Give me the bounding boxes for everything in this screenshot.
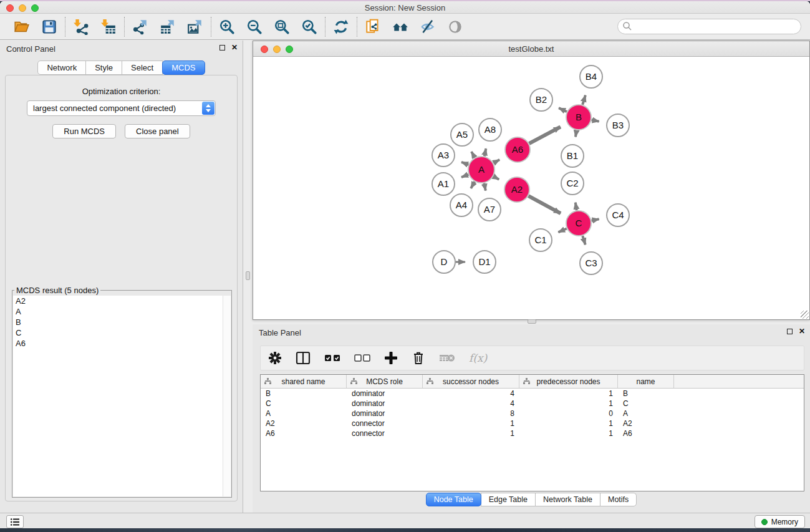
- table-cell[interactable]: B: [618, 389, 674, 398]
- deselect-all-icon[interactable]: [354, 354, 370, 362]
- table-cell[interactable]: 1: [519, 399, 618, 408]
- edge-A-A8[interactable]: [485, 148, 486, 156]
- network-graph[interactable]: AA1A2A3A4A5A6A7A8BB1B2B3B4CC1C2C3C4DD1: [253, 57, 809, 319]
- float-panel-icon[interactable]: [219, 45, 225, 51]
- column-header-predecessor-nodes[interactable]: predecessor nodes: [519, 375, 618, 388]
- table-cell[interactable]: A: [261, 409, 347, 418]
- table-tab-motifs[interactable]: Motifs: [600, 493, 637, 506]
- table-cell[interactable]: A6: [261, 429, 347, 438]
- table-cell[interactable]: 1: [519, 419, 618, 428]
- export-network-icon[interactable]: [132, 19, 148, 35]
- task-history-button[interactable]: [6, 515, 24, 528]
- mcds-result-item[interactable]: A2: [13, 296, 231, 306]
- mcds-result-item[interactable]: B: [13, 317, 231, 327]
- table-cell[interactable]: A6: [618, 429, 674, 438]
- edge-A-A2[interactable]: [493, 177, 499, 180]
- edge-C-C2[interactable]: [576, 203, 577, 211]
- zoom-selected-icon[interactable]: [301, 19, 317, 35]
- edge-C-C3[interactable]: [582, 236, 585, 244]
- edge-A-A6[interactable]: [493, 160, 499, 163]
- table-row[interactable]: Bdominator41B: [261, 389, 804, 399]
- edge-B-B4[interactable]: [582, 95, 586, 105]
- edge-A-A3[interactable]: [461, 162, 468, 165]
- result-scrollbar[interactable]: [223, 296, 231, 496]
- edge-A2-C[interactable]: [528, 196, 561, 213]
- edge-C-C4[interactable]: [592, 219, 599, 220]
- edge-A6-B[interactable]: [529, 127, 561, 143]
- table-row[interactable]: A6connector11A6: [261, 428, 804, 438]
- delete-table-icon[interactable]: [439, 352, 455, 364]
- table-cell[interactable]: connector: [347, 419, 423, 428]
- first-neighbors-icon[interactable]: [392, 19, 408, 35]
- table-cell[interactable]: C: [261, 399, 347, 408]
- search-input[interactable]: [617, 19, 801, 34]
- table-cell[interactable]: connector: [347, 429, 423, 438]
- column-header-MCDS-role[interactable]: MCDS role: [347, 375, 423, 388]
- table-cell[interactable]: C: [618, 399, 674, 408]
- edge-B-B2[interactable]: [559, 108, 567, 112]
- table-cell[interactable]: B: [261, 389, 347, 398]
- zoom-fit-icon[interactable]: [274, 19, 290, 35]
- table-cell[interactable]: 1: [423, 429, 519, 438]
- control-tab-mcds[interactable]: MCDS: [162, 60, 205, 75]
- mcds-result-list[interactable]: A2ABCA6: [13, 296, 231, 496]
- apply-layout-icon[interactable]: [333, 19, 349, 35]
- zoom-in-icon[interactable]: [219, 19, 235, 35]
- table-cell[interactable]: dominator: [347, 389, 423, 398]
- table-row[interactable]: Adominator80A: [261, 409, 804, 418]
- mcds-result-item[interactable]: A: [13, 306, 231, 317]
- edge-A-A5[interactable]: [471, 152, 475, 158]
- delete-columns-icon[interactable]: [412, 351, 425, 365]
- mcds-result-item[interactable]: A6: [13, 338, 231, 349]
- open-session-icon[interactable]: [14, 19, 30, 35]
- table-tab-network-table[interactable]: Network Table: [535, 493, 600, 506]
- mcds-result-item[interactable]: C: [13, 327, 231, 338]
- table-cell[interactable]: 4: [423, 399, 519, 408]
- column-header-shared-name[interactable]: shared name: [261, 375, 347, 388]
- float-table-panel-icon[interactable]: [787, 329, 793, 334]
- memory-button[interactable]: Memory: [755, 515, 805, 528]
- horizontal-split-handle[interactable]: [528, 319, 536, 324]
- show-all-icon[interactable]: [447, 19, 463, 35]
- column-header-name[interactable]: name: [618, 375, 674, 388]
- table-cell[interactable]: 4: [423, 389, 519, 398]
- criterion-select[interactable]: largest connected component (directed): [27, 100, 216, 116]
- table-row[interactable]: A2connector11A2: [261, 418, 804, 428]
- edge-B-B1[interactable]: [576, 130, 577, 137]
- column-header-successor-nodes[interactable]: successor nodes: [423, 375, 519, 388]
- table-cell[interactable]: A2: [618, 419, 674, 428]
- table-cell[interactable]: 0: [519, 409, 618, 418]
- close-panel-icon[interactable]: ✕: [231, 44, 238, 51]
- table-cell[interactable]: dominator: [347, 399, 423, 408]
- import-table-icon[interactable]: [100, 19, 117, 35]
- table-tab-edge-table[interactable]: Edge Table: [481, 493, 536, 506]
- table-cell[interactable]: A: [618, 409, 674, 418]
- save-session-icon[interactable]: [41, 19, 57, 35]
- edge-A-A4[interactable]: [471, 181, 475, 188]
- select-all-icon[interactable]: [324, 354, 340, 362]
- vertical-split-handle[interactable]: [246, 271, 250, 280]
- control-tab-network[interactable]: Network: [37, 60, 86, 75]
- table-cell[interactable]: 8: [423, 409, 519, 418]
- close-table-panel-icon[interactable]: ✕: [799, 328, 805, 334]
- control-tab-select[interactable]: Select: [122, 60, 163, 75]
- new-network-from-selection-icon[interactable]: [365, 19, 381, 35]
- import-network-icon[interactable]: [73, 19, 89, 35]
- export-image-icon[interactable]: [187, 19, 203, 35]
- table-settings-icon[interactable]: [268, 351, 282, 365]
- add-column-icon[interactable]: [384, 351, 398, 365]
- control-tab-style[interactable]: Style: [85, 60, 122, 75]
- edge-A-A7[interactable]: [484, 183, 485, 191]
- edge-B-B3[interactable]: [592, 120, 599, 121]
- close-panel-button[interactable]: Close panel: [125, 124, 190, 138]
- table-cell[interactable]: A2: [261, 419, 347, 428]
- table-cell[interactable]: dominator: [347, 409, 423, 418]
- table-cell[interactable]: 1: [519, 429, 618, 438]
- export-table-icon[interactable]: [160, 19, 176, 35]
- run-mcds-button[interactable]: Run MCDS: [52, 124, 116, 138]
- table-row[interactable]: Cdominator41C: [261, 399, 804, 409]
- table-tab-node-table[interactable]: Node Table: [426, 493, 481, 506]
- edge-C-C1[interactable]: [558, 228, 566, 232]
- resize-grip-icon[interactable]: [801, 311, 809, 319]
- table-cell[interactable]: 1: [519, 389, 618, 398]
